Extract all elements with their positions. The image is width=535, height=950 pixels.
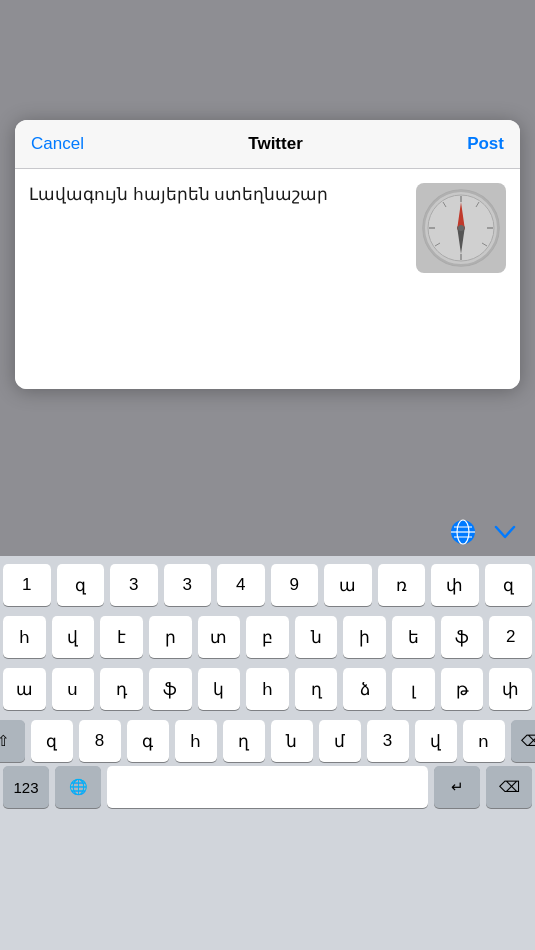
key-o[interactable]: ռ [378, 564, 426, 606]
key-gh2[interactable]: ղ [223, 720, 265, 762]
key-4[interactable]: 4 [217, 564, 265, 606]
key-f[interactable]: ֆ [441, 616, 484, 658]
return-key[interactable]: ↵ [434, 766, 480, 808]
key-hh[interactable]: հ [175, 720, 217, 762]
key-d[interactable]: դ [100, 668, 143, 710]
key-l[interactable]: լ [392, 668, 435, 710]
key-9[interactable]: 9 [271, 564, 319, 606]
key-n[interactable]: ն [295, 616, 338, 658]
globe-key[interactable]: 🌐 [55, 766, 101, 808]
key-ye[interactable]: ե [392, 616, 435, 658]
key-f2[interactable]: ֆ [149, 668, 192, 710]
chevron-down-button[interactable] [491, 518, 519, 546]
key-h[interactable]: հ [3, 616, 46, 658]
key-t[interactable]: տ [198, 616, 241, 658]
svg-point-12 [458, 225, 464, 231]
delete-key-2[interactable]: ⌫ [486, 766, 532, 808]
post-button[interactable]: Post [467, 134, 504, 154]
globe-icon [450, 519, 476, 545]
key-gh[interactable]: ղ [295, 668, 338, 710]
key-z1[interactable]: զ [57, 564, 105, 606]
key-3b[interactable]: 3 [164, 564, 212, 606]
key-e[interactable]: է [100, 616, 143, 658]
key-z3[interactable]: զ [31, 720, 73, 762]
keyboard: 1 զ 3 3 4 9 ա ռ փ զ հ վ է ր տ բ ն ի ե ֆ … [0, 556, 535, 950]
key-oo[interactable]: ո [463, 720, 505, 762]
chevron-down-icon [494, 524, 516, 540]
globe-button[interactable] [447, 516, 479, 548]
key-pf[interactable]: փ [489, 668, 532, 710]
delete-key[interactable]: ⌫ [511, 720, 536, 762]
key-m[interactable]: մ [319, 720, 361, 762]
modal-body: Լավագույն հայերեն ստեղնաշար [15, 169, 520, 389]
key-3a[interactable]: 3 [110, 564, 158, 606]
keyboard-row-4: ⇧ զ 8 գ հ ղ ն մ 3 վ ո ⌫ [3, 720, 532, 762]
key-i[interactable]: ի [343, 616, 386, 658]
keyboard-row-1: 1 զ 3 3 4 9 ա ռ փ զ [3, 564, 532, 606]
tweet-text[interactable]: Լավագույն հայերեն ստեղնաշար [29, 183, 416, 375]
key-a1[interactable]: ա [324, 564, 372, 606]
key-g[interactable]: գ [127, 720, 169, 762]
compass-icon [421, 188, 501, 268]
key-v[interactable]: վ [52, 616, 95, 658]
bottom-bar [0, 510, 535, 554]
key-8[interactable]: 8 [79, 720, 121, 762]
key-dz[interactable]: ձ [343, 668, 386, 710]
keyboard-bottom-row: 123 🌐 ↵ ⌫ [0, 766, 535, 812]
key-1[interactable]: 1 [3, 564, 51, 606]
key-r[interactable]: ր [149, 616, 192, 658]
key-s[interactable]: ս [52, 668, 95, 710]
key-zh[interactable]: հ [246, 668, 289, 710]
image-thumbnail [416, 183, 506, 273]
shift-key[interactable]: ⇧ [0, 720, 25, 762]
key-k[interactable]: կ [198, 668, 241, 710]
key-vv[interactable]: վ [415, 720, 457, 762]
cancel-button[interactable]: Cancel [31, 134, 84, 154]
modal-card: Cancel Twitter Post Լավագույն հայերեն ստ… [15, 120, 520, 389]
key-2[interactable]: 2 [489, 616, 532, 658]
key-z2[interactable]: զ [485, 564, 533, 606]
modal-header: Cancel Twitter Post [15, 120, 520, 169]
key-ay[interactable]: ա [3, 668, 46, 710]
key-th[interactable]: թ [441, 668, 484, 710]
key-b[interactable]: բ [246, 616, 289, 658]
keyboard-row-2: հ վ է ր տ բ ն ի ե ֆ 2 [3, 616, 532, 658]
keyboard-row-3: ա ս դ ֆ կ հ ղ ձ լ թ փ [3, 668, 532, 710]
modal-title: Twitter [248, 134, 302, 154]
numbers-key[interactable]: 123 [3, 766, 49, 808]
key-nn[interactable]: ն [271, 720, 313, 762]
space-key[interactable] [107, 766, 428, 808]
key-3c[interactable]: 3 [367, 720, 409, 762]
key-ph[interactable]: փ [431, 564, 479, 606]
